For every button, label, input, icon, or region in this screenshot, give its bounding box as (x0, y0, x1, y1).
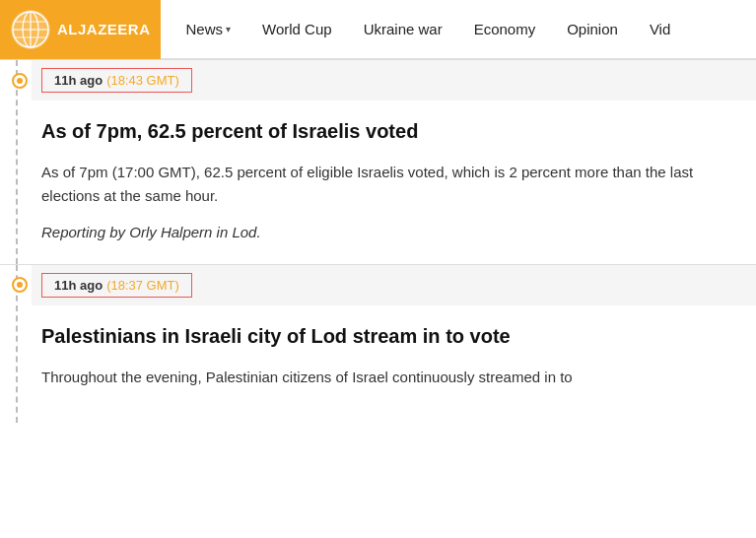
timeline-section: 11h ago (18:43 GMT) As of 7pm, 62.5 perc… (0, 60, 756, 423)
article-content-2: Palestinians in Israeli city of Lod stre… (32, 305, 756, 423)
aljazeera-logo-icon (10, 9, 51, 50)
timeline-line-1 (16, 60, 18, 264)
main-nav: News ▾ World Cup Ukraine war Economy Opi… (161, 0, 687, 59)
nav-item-economy[interactable]: Economy (458, 0, 552, 59)
timestamp-box-2: 11h ago (18:37 GMT) (41, 273, 192, 298)
logo-text: ALJAZEERA (57, 21, 151, 37)
timestamp-main-2: 11h ago (54, 278, 103, 293)
nav-label-economy: Economy (474, 21, 536, 37)
nav-item-ukraine[interactable]: Ukraine war (348, 0, 458, 59)
logo-block[interactable]: ALJAZEERA (0, 0, 161, 59)
timeline-entry-1: 11h ago (18:43 GMT) As of 7pm, 62.5 perc… (0, 60, 756, 264)
nav-item-opinion[interactable]: Opinion (551, 0, 634, 59)
timestamp-gmt-1: (18:43 GMT) (106, 73, 179, 88)
chevron-down-icon: ▾ (226, 24, 231, 34)
article-body-2: Throughout the evening, Palestinian citi… (41, 366, 746, 389)
timestamp-bar-2: 11h ago (18:37 GMT) (32, 265, 756, 305)
timestamp-main-1: 11h ago (54, 73, 103, 88)
timeline-dot-inner-1 (17, 78, 23, 84)
site-header: ALJAZEERA News ▾ World Cup Ukraine war E… (0, 0, 756, 59)
nav-item-vid[interactable]: Vid (634, 0, 686, 59)
timeline-dot-1 (12, 73, 28, 89)
timestamp-box-1: 11h ago (18:43 GMT) (41, 68, 192, 93)
timeline-dot-inner-2 (17, 282, 23, 288)
timestamp-bar-1: 11h ago (18:43 GMT) (32, 60, 756, 101)
nav-label-worldcup: World Cup (262, 21, 332, 37)
timeline-entry-2: 11h ago (18:37 GMT) Palestinians in Isra… (0, 265, 756, 423)
nav-label-vid: Vid (650, 21, 670, 37)
article-headline-2: Palestinians in Israeli city of Lod stre… (41, 323, 746, 350)
article-headline-1: As of 7pm, 62.5 percent of Israelis vote… (41, 118, 746, 145)
article-body-1: As of 7pm (17:00 GMT), 62.5 percent of e… (41, 161, 746, 208)
nav-label-news: News (186, 21, 224, 37)
article-byline-1: Reporting by Orly Halpern in Lod. (41, 222, 746, 244)
nav-item-news[interactable]: News ▾ (171, 0, 247, 59)
timestamp-gmt-2: (18:37 GMT) (106, 278, 179, 293)
nav-label-ukraine: Ukraine war (364, 21, 443, 37)
nav-label-opinion: Opinion (567, 21, 618, 37)
article-content-1: As of 7pm, 62.5 percent of Israelis vote… (32, 101, 756, 264)
nav-item-worldcup[interactable]: World Cup (246, 0, 348, 59)
timeline-dot-2 (12, 277, 28, 293)
